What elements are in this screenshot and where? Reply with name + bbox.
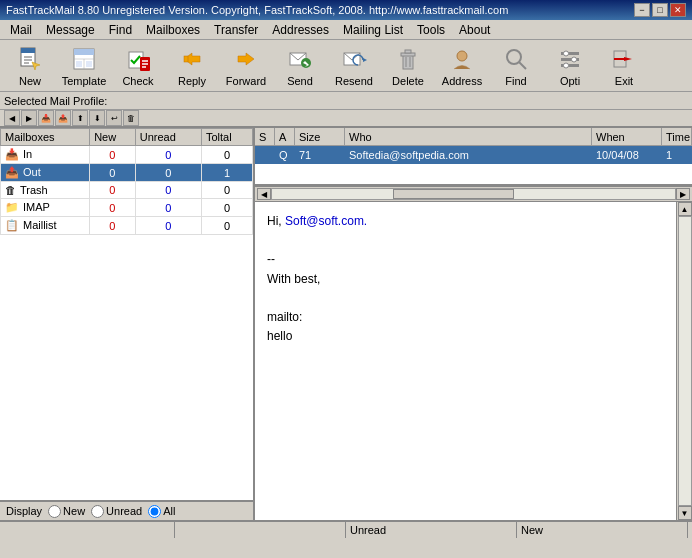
- svg-rect-10: [76, 61, 82, 67]
- email-cell-s: [255, 154, 275, 156]
- menu-addresses[interactable]: Addresses: [266, 22, 335, 38]
- check-icon: [124, 45, 152, 73]
- toolbar-send-button[interactable]: Send: [274, 43, 326, 89]
- svg-marker-19: [238, 53, 254, 65]
- mailbox-total-maillist: 0: [201, 217, 252, 235]
- menu-message[interactable]: Message: [40, 22, 101, 38]
- toolbar-options-button[interactable]: Opti: [544, 43, 596, 89]
- toolbar-new-button[interactable]: New: [4, 43, 56, 89]
- display-bar: Display New Unread All: [0, 500, 253, 520]
- svg-rect-18: [184, 56, 188, 62]
- h-scrollbar-track[interactable]: [271, 188, 676, 200]
- forward-icon: [232, 45, 260, 73]
- maximize-button[interactable]: □: [652, 3, 668, 17]
- mailbox-row-imap[interactable]: 📁IMAP 0 0 0: [1, 199, 253, 217]
- col-header-size: Size: [295, 128, 345, 145]
- delete-icon: [394, 45, 422, 73]
- h-scroll-left[interactable]: ◀: [257, 188, 271, 200]
- display-radio-new-input[interactable]: [48, 505, 61, 518]
- display-all-label: All: [163, 505, 175, 517]
- toolbar-address-label: Address: [442, 75, 482, 87]
- email-closing: With best,: [267, 270, 664, 289]
- v-scrollbar-track[interactable]: [678, 216, 692, 506]
- quick-icon-5[interactable]: ⬆: [72, 110, 88, 126]
- menu-tools[interactable]: Tools: [411, 22, 451, 38]
- menu-mailboxes[interactable]: Mailboxes: [140, 22, 206, 38]
- minimize-button[interactable]: −: [634, 3, 650, 17]
- email-cell-when: 10/04/08: [592, 148, 662, 162]
- toolbar-check-button[interactable]: Check: [112, 43, 164, 89]
- email-row-1[interactable]: Q 71 Softedia@softpedia.com 10/04/08 1: [255, 146, 692, 164]
- display-radio-new[interactable]: New: [48, 505, 85, 518]
- toolbar-template-label: Template: [62, 75, 107, 87]
- h-scroll-right[interactable]: ▶: [676, 188, 690, 200]
- resend-icon: [340, 45, 368, 73]
- mailbox-row-trash[interactable]: 🗑Trash 0 0 0: [1, 182, 253, 199]
- col-header-s: S: [255, 128, 275, 145]
- email-cell-who: Softedia@softpedia.com: [345, 148, 592, 162]
- menu-mailing-list[interactable]: Mailing List: [337, 22, 409, 38]
- mailbox-new-out: 0: [90, 164, 136, 182]
- exit-icon: [610, 45, 638, 73]
- quick-icon-6[interactable]: ⬇: [89, 110, 105, 126]
- main-content: Mailboxes New Unread Toltal 📥In 0 0 0 📤O…: [0, 128, 692, 520]
- mailbox-spacer: [0, 235, 253, 500]
- quick-icon-3[interactable]: 📥: [38, 110, 54, 126]
- mailbox-row-out[interactable]: 📤Out 0 0 1: [1, 164, 253, 182]
- mailbox-table: Mailboxes New Unread Toltal 📥In 0 0 0 📤O…: [0, 128, 253, 235]
- toolbar-options-label: Opti: [560, 75, 580, 87]
- mailbox-new-imap: 0: [90, 199, 136, 217]
- toolbar-delete-button[interactable]: Delete: [382, 43, 434, 89]
- menu-find[interactable]: Find: [103, 22, 138, 38]
- v-scroll-down[interactable]: ▼: [678, 506, 692, 520]
- menu-about[interactable]: About: [453, 22, 496, 38]
- mailbox-row-maillist[interactable]: 📋Maillist 0 0 0: [1, 217, 253, 235]
- close-button[interactable]: ✕: [670, 3, 686, 17]
- mailbox-total-in: 0: [201, 146, 252, 164]
- svg-point-36: [564, 51, 569, 56]
- menu-mail[interactable]: Mail: [4, 22, 38, 38]
- menu-bar: Mail Message Find Mailboxes Transfer Add…: [0, 20, 692, 40]
- display-radio-all-input[interactable]: [148, 505, 161, 518]
- toolbar-resend-button[interactable]: Resend: [328, 43, 380, 89]
- quick-icon-8[interactable]: 🗑: [123, 110, 139, 126]
- mailbox-name-imap: 📁IMAP: [1, 199, 90, 217]
- menu-transfer[interactable]: Transfer: [208, 22, 264, 38]
- status-bar: Unread New: [0, 520, 692, 538]
- display-radio-unread-input[interactable]: [91, 505, 104, 518]
- toolbar-reply-button[interactable]: Reply: [166, 43, 218, 89]
- new-icon: [16, 45, 44, 73]
- v-scroll-up[interactable]: ▲: [678, 202, 692, 216]
- display-unread-label: Unread: [106, 505, 142, 517]
- email-link[interactable]: Soft@soft.com.: [285, 214, 367, 228]
- quick-icon-7[interactable]: ↩: [106, 110, 122, 126]
- mailbox-col-unread: Unread: [135, 129, 201, 146]
- preview-area: Hi, Soft@soft.com. -- With best, mailto:…: [255, 202, 692, 520]
- toolbar-find-label: Find: [505, 75, 526, 87]
- h-scrollbar-thumb[interactable]: [393, 189, 514, 199]
- toolbar-exit-button[interactable]: Exit: [598, 43, 650, 89]
- toolbar-address-button[interactable]: Address: [436, 43, 488, 89]
- toolbar-delete-label: Delete: [392, 75, 424, 87]
- mailbox-row-in[interactable]: 📥In 0 0 0: [1, 146, 253, 164]
- quick-icon-2[interactable]: ▶: [21, 110, 37, 126]
- toolbar-find-button[interactable]: Find: [490, 43, 542, 89]
- mailbox-col-total: Toltal: [201, 129, 252, 146]
- mailbox-unread-in: 0: [135, 146, 201, 164]
- display-radio-all[interactable]: All: [148, 505, 175, 518]
- display-radio-unread[interactable]: Unread: [91, 505, 142, 518]
- title-controls: − □ ✕: [634, 3, 686, 17]
- mailbox-unread-maillist: 0: [135, 217, 201, 235]
- mailbox-new-trash: 0: [90, 182, 136, 199]
- toolbar-forward-button[interactable]: Forward: [220, 43, 272, 89]
- toolbar-new-label: New: [19, 75, 41, 87]
- svg-line-32: [519, 62, 526, 69]
- status-panel-unread: Unread: [346, 522, 517, 538]
- mailbox-col-new: New: [90, 129, 136, 146]
- options-icon: [556, 45, 584, 73]
- email-cell-time: 1: [662, 148, 692, 162]
- toolbar-template-button[interactable]: Template: [58, 43, 110, 89]
- email-preview: Hi, Soft@soft.com. -- With best, mailto:…: [255, 202, 676, 520]
- quick-icon-1[interactable]: ◀: [4, 110, 20, 126]
- quick-icon-4[interactable]: 📤: [55, 110, 71, 126]
